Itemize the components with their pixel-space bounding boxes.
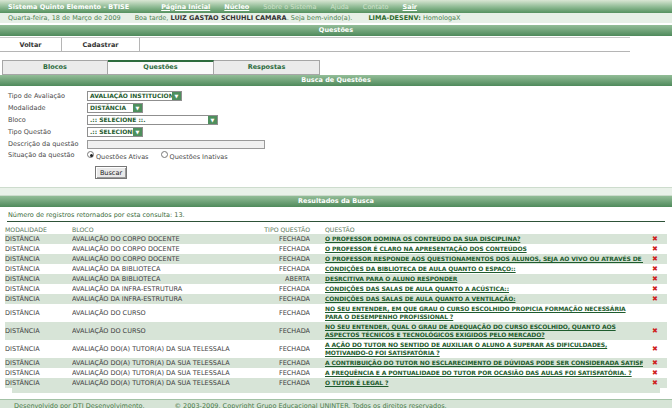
tipo-questao-value: .:: SELECIONE ::. <box>88 128 133 136</box>
cell-modalidade: DISTÂNCIA <box>5 244 72 254</box>
cell-bloco: AVALIAÇÃO DO CORPO DOCENTE <box>72 234 252 244</box>
chevron-down-icon: ▼ <box>172 92 181 100</box>
cell-tipo-questao: FECHADA <box>252 340 310 358</box>
nav-item-sair[interactable]: Sair <box>403 3 418 11</box>
modalidade-label: Modalidade <box>8 104 87 112</box>
cell-bloco: AVALIAÇÃO DO(A) TUTOR(A) DA SUA TELESSAL… <box>72 358 252 368</box>
nav-item-nucleo[interactable]: Núcleo <box>224 3 249 11</box>
tab-respostas[interactable]: Respostas <box>214 60 320 75</box>
delete-icon[interactable]: ✖ <box>643 244 667 254</box>
search-section-header: Busca de Questões <box>0 75 672 86</box>
question-link[interactable]: NO SEU ENTENDER, QUAL O GRAU DE ADEQUAÇÃ… <box>325 323 616 338</box>
buscar-button[interactable]: Buscar <box>95 166 127 179</box>
cell-bloco: AVALIAÇÃO DA BIBLIOTECA <box>72 274 252 284</box>
form-row-bloco: Bloco .:: SELECIONE ::. ▼ <box>8 115 672 125</box>
cell-tipo-questao: FECHADA <box>252 378 310 388</box>
tab-blocos[interactable]: Blocos <box>2 60 108 75</box>
nav-item-pagina-inicial[interactable]: Página Inicial <box>161 3 210 11</box>
cell-tipo-questao: ABERTA <box>252 274 310 284</box>
nav-item-sobre-o-sistema[interactable]: Sobre o Sistema <box>263 3 316 11</box>
footer-copyright: © 2003-2009. Copyright Grupo Educacional… <box>174 402 446 408</box>
cell-bloco: AVALIAÇÃO DO CURSO <box>72 322 252 340</box>
delete-icon[interactable]: ✖ <box>643 340 667 358</box>
cell-bloco: AVALIAÇÃO DA BIBLIOTECA <box>72 264 252 274</box>
table-header-row: MODALIDADE BLOCO TIPO QUESTÃO QUESTÃO <box>5 224 667 234</box>
nav-item-ajuda[interactable]: Ajuda <box>330 3 348 11</box>
delete-icon[interactable]: ✖ <box>643 294 667 304</box>
nav-item-contato[interactable]: Contato <box>363 3 389 11</box>
tipo-avaliacao-select[interactable]: AVALIAÇÃO INSTITUCIONAL ▼ <box>87 91 182 101</box>
table-row: DISTÂNCIAAVALIAÇÃO DA BIBLIOTECAFECHADAC… <box>5 264 667 274</box>
cell-questao: CONDIÇÕES DA BIBLIOTECA DE AULA QUANTO O… <box>310 264 643 274</box>
app-title: Sistema Quinto Elemento - BTISE <box>8 3 129 11</box>
results-section-header: Resultados da Busca <box>0 196 672 207</box>
tab-questoes[interactable]: Questões <box>108 60 214 75</box>
cell-questao: NO SEU ENTENDER, QUAL O GRAU DE ADEQUAÇÃ… <box>310 322 643 340</box>
questoes-inativas-radio[interactable] <box>161 151 168 158</box>
table-row: DISTÂNCIAAVALIAÇÃO DO CORPO DOCENTEFECHA… <box>5 244 667 254</box>
modalidade-value: DISTÂNCIA <box>88 104 133 112</box>
question-link[interactable]: O PROFESSOR DOMINA OS CONTEÚDO DA SUA DI… <box>325 235 520 242</box>
question-link[interactable]: O PROFESSOR É CLARO NA APRESENTAÇÃO DOS … <box>325 245 527 252</box>
situacao-label: Situação da questão <box>8 151 87 159</box>
delete-icon[interactable]: ✖ <box>643 378 667 388</box>
question-link[interactable]: A CONTRIBUIÇÃO DO TUTOR NO ESCLARECIMENT… <box>325 359 643 366</box>
question-link[interactable]: O PROFESSOR RESPONDE AOS QUESTIONAMENTOS… <box>325 255 643 262</box>
delete-icon <box>643 304 667 322</box>
bloco-value: .:: SELECIONE ::. <box>88 116 208 124</box>
info-bar: Quarta-feira, 18 de Março de 2009 Boa ta… <box>0 13 672 25</box>
table-row: DISTÂNCIAAVALIAÇÃO DA INFRA-ESTRUTURAFEC… <box>5 284 667 294</box>
cell-bloco: AVALIAÇÃO DO(A) TUTOR(A) DA SUA TELESSAL… <box>72 368 252 378</box>
tipo-questao-select[interactable]: .:: SELECIONE ::. ▼ <box>87 127 143 137</box>
question-link[interactable]: O TUTOR É LEGAL ? <box>325 379 388 386</box>
tipo-questao-label: Tipo Questão <box>8 128 87 136</box>
voltar-button[interactable]: Voltar <box>0 38 62 51</box>
delete-icon[interactable]: ✖ <box>643 284 667 294</box>
question-link[interactable]: A FREQUÊNCIA E A PONTUALIDADE DO TUTOR P… <box>325 369 632 376</box>
cell-modalidade: DISTÂNCIA <box>5 340 72 358</box>
cell-questao: O PROFESSOR É CLARO NA APRESENTAÇÃO DOS … <box>310 244 643 254</box>
cell-modalidade: DISTÂNCIA <box>5 368 72 378</box>
chevron-down-icon: ▼ <box>208 116 217 124</box>
toolbar: Voltar Cadastrar <box>0 37 630 52</box>
cell-tipo-questao: FECHADA <box>252 304 310 322</box>
cell-bloco: AVALIAÇÃO DO(A) TUTOR(A) DA SUA TELESSAL… <box>72 378 252 388</box>
cadastrar-button[interactable]: Cadastrar <box>62 38 140 51</box>
user-name: LUIZ GASTAO SCHUHLI CAMARA <box>171 14 287 22</box>
question-link[interactable]: NO SEU ENTENDER, EM QUE GRAU O CURSO ESC… <box>325 305 626 320</box>
delete-icon[interactable]: ✖ <box>643 274 667 284</box>
cell-tipo-questao: FECHADA <box>252 368 310 378</box>
question-link[interactable]: DESRCITIVA PARA O ALUNO RESPONDER <box>325 275 457 282</box>
cell-questao: CONDIÇÕES DAS SALAS DE AULA QUANTO A VEN… <box>310 294 643 304</box>
delete-icon[interactable]: ✖ <box>643 322 667 340</box>
bloco-select[interactable]: .:: SELECIONE ::. ▼ <box>87 115 218 125</box>
delete-icon[interactable]: ✖ <box>643 254 667 264</box>
questoes-ativas-radio[interactable] <box>87 151 94 158</box>
descricao-label: Descrição da questão <box>8 140 87 148</box>
question-link[interactable]: CONDIÇÕES DA BIBLIOTECA DE AULA QUANTO O… <box>325 265 516 272</box>
record-count: Número de registros retornados por esta … <box>8 211 667 219</box>
delete-icon[interactable]: ✖ <box>643 234 667 244</box>
results-panel: Resultados da Busca Número de registros … <box>0 196 672 393</box>
question-link[interactable]: CONDIÇÕES DAS SALAS DE AULA QUANTO A VEN… <box>325 295 515 302</box>
delete-icon[interactable]: ✖ <box>643 368 667 378</box>
environment-value: HomologaX <box>421 14 461 22</box>
column-header-bloco: BLOCO <box>72 224 252 234</box>
column-header-tipo-questao: TIPO QUESTÃO <box>252 224 310 234</box>
tipo-avaliacao-value: AVALIAÇÃO INSTITUCIONAL <box>88 92 172 100</box>
cell-modalidade: DISTÂNCIA <box>5 234 72 244</box>
question-link[interactable]: CONDIÇÕES DAS SALAS DE AULA QUANTO A ACÚ… <box>325 285 509 292</box>
delete-icon[interactable]: ✖ <box>643 358 667 368</box>
cell-bloco: AVALIAÇÃO DA INFRA-ESTRUTURA <box>72 284 252 294</box>
table-row: DISTÂNCIAAVALIAÇÃO DO CURSOFECHADANO SEU… <box>5 304 667 322</box>
modalidade-select[interactable]: DISTÂNCIA ▼ <box>87 103 143 113</box>
cell-tipo-questao: FECHADA <box>252 322 310 340</box>
cell-questao: A AÇÃO DO TUTOR NO SENTIDO DE AUXILIAR O… <box>310 340 643 358</box>
form-row-modalidade: Modalidade DISTÂNCIA ▼ <box>8 103 672 113</box>
descricao-input[interactable] <box>87 140 265 149</box>
cell-bloco: AVALIAÇÃO DO CURSO <box>72 304 252 322</box>
table-row: DISTÂNCIAAVALIAÇÃO DO CURSOFECHADANO SEU… <box>5 322 667 340</box>
question-link[interactable]: A AÇÃO DO TUTOR NO SENTIDO DE AUXILIAR O… <box>325 341 607 356</box>
form-row-tipo-questao: Tipo Questão .:: SELECIONE ::. ▼ <box>8 127 672 137</box>
delete-icon[interactable]: ✖ <box>643 264 667 274</box>
